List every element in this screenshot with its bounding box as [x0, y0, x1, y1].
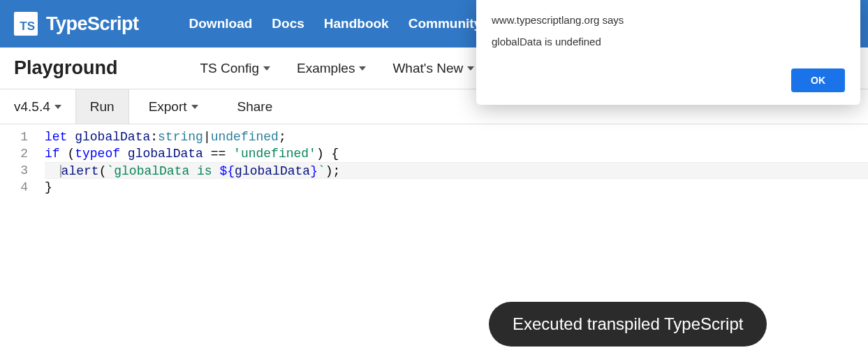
- toast-notification: Executed transpiled TypeScript: [489, 302, 767, 347]
- run-button[interactable]: Run: [76, 89, 129, 124]
- chevron-down-icon: [467, 66, 474, 71]
- code-line: alert(`globalData is ${globalData}`);: [45, 162, 868, 179]
- nav-docs[interactable]: Docs: [272, 16, 304, 31]
- nav-community[interactable]: Community: [409, 16, 482, 31]
- share-button[interactable]: Share: [223, 89, 287, 124]
- ok-button[interactable]: OK: [791, 68, 845, 92]
- logo-badge: TS: [14, 12, 38, 36]
- alert-dialog: www.typescriptlang.org says globalData i…: [476, 0, 860, 105]
- alert-actions: OK: [492, 68, 845, 92]
- brand-name: TypeScript: [46, 13, 139, 35]
- export-dropdown[interactable]: Export: [135, 89, 212, 124]
- alert-origin: www.typescriptlang.org says: [492, 14, 845, 26]
- tsconfig-label: TS Config: [200, 61, 259, 76]
- line-number: 1: [0, 129, 28, 145]
- whatsnew-dropdown[interactable]: What's New: [392, 61, 474, 76]
- line-number: 4: [0, 179, 28, 196]
- examples-label: Examples: [297, 61, 355, 76]
- line-number: 2: [0, 145, 28, 162]
- code-line: }: [45, 179, 868, 196]
- line-gutter: 1 2 3 4: [0, 129, 45, 196]
- nav-handbook[interactable]: Handbook: [324, 16, 389, 31]
- code-line: let globalData:string|undefined;: [45, 129, 868, 145]
- chevron-down-icon: [191, 105, 198, 109]
- export-label: Export: [149, 99, 187, 115]
- whatsnew-label: What's New: [392, 61, 463, 76]
- page-title: Playground: [14, 57, 118, 79]
- line-number: 3: [0, 162, 28, 179]
- chevron-down-icon: [54, 105, 61, 109]
- chevron-down-icon: [359, 66, 366, 71]
- chevron-down-icon: [263, 66, 270, 71]
- version-dropdown[interactable]: v4.5.4: [0, 89, 76, 124]
- version-label: v4.5.4: [14, 99, 50, 115]
- code-editor[interactable]: 1 2 3 4 let globalData:string|undefined;…: [0, 124, 868, 196]
- nav-download[interactable]: Download: [189, 16, 253, 31]
- tsconfig-dropdown[interactable]: TS Config: [200, 61, 270, 76]
- code-area[interactable]: let globalData:string|undefined; if (typ…: [45, 129, 868, 196]
- alert-message: globalData is undefined: [492, 36, 845, 48]
- examples-dropdown[interactable]: Examples: [297, 61, 366, 76]
- top-nav-links: Download Docs Handbook Community: [189, 16, 482, 31]
- code-line: if (typeof globalData == 'undefined') {: [45, 145, 868, 162]
